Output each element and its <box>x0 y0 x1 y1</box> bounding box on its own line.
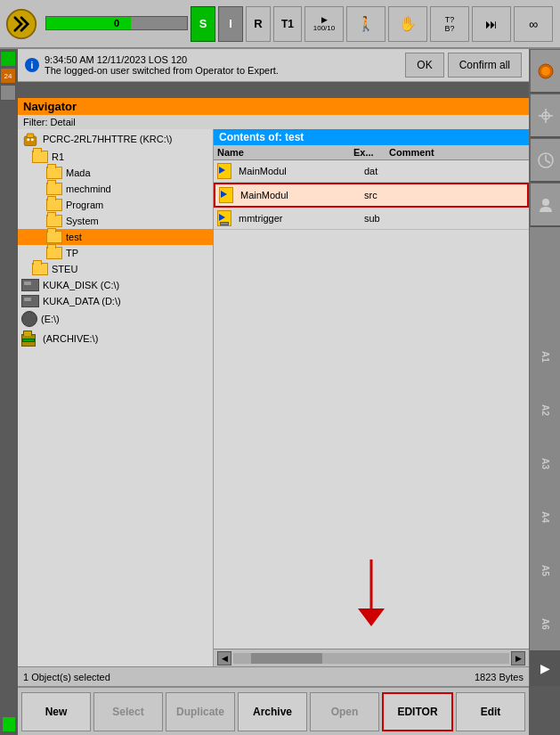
left-side-indicators: 24 <box>0 51 18 101</box>
btn-play[interactable]: ▶ 100/10 <box>304 6 344 42</box>
status-size: 1823 Bytes <box>475 672 523 682</box>
right-btn-crosshair[interactable] <box>530 94 560 138</box>
right-btn-browser[interactable] <box>530 49 560 94</box>
svg-point-12 <box>27 138 29 141</box>
btn-archive[interactable]: Archive <box>238 692 307 731</box>
contents-list[interactable]: MainModul dat MainModul src <box>214 160 529 649</box>
tree-item-steu[interactable]: STEU <box>18 261 213 277</box>
folder-icon-mada <box>46 167 62 179</box>
notification-timestamp: 9:34:50 AM 12/11/2023 LOS 120 <box>45 54 279 65</box>
tree-item-tp[interactable]: TP <box>18 245 213 261</box>
drive-icon-e <box>21 311 37 327</box>
folder-icon-r1 <box>32 151 48 163</box>
right-arrow-button[interactable]: ▶ <box>530 650 560 686</box>
scroll-track[interactable] <box>233 653 509 664</box>
green-status-bar <box>3 717 15 731</box>
btn-select[interactable]: Select <box>93 692 163 731</box>
btn-walk[interactable]: 🚶 <box>346 6 386 42</box>
col-comment-header: Comment <box>389 147 525 158</box>
btn-duplicate[interactable]: Duplicate <box>166 692 235 731</box>
indicator-bottom <box>0 85 16 101</box>
btn-editor[interactable]: EDITOR <box>382 692 453 731</box>
tree-item-program[interactable]: Program <box>18 197 213 213</box>
btn-r[interactable]: R <box>246 6 271 42</box>
tree-item-root-label: PCRC-2RL7HHTTRE (KRC:\) <box>43 134 172 144</box>
tree-item-kuka-data-label: KUKA_DATA (D:\) <box>43 296 121 306</box>
content-name-2: mmtrigger <box>239 213 364 224</box>
folder-icon-steu <box>32 263 48 275</box>
status-selection: 1 Object(s) selected <box>23 672 110 682</box>
svg-marker-15 <box>358 608 385 626</box>
right-btn-clock[interactable] <box>530 138 560 183</box>
notification-area: i 9:34:50 AM 12/11/2023 LOS 120 The logg… <box>18 49 529 82</box>
info-icon: i <box>25 58 39 72</box>
file-icon-dat <box>217 163 235 179</box>
indicator-top <box>0 51 16 67</box>
filter-bar: Filter: Detail <box>18 115 529 129</box>
scroll-right-btn[interactable]: ▶ <box>511 651 525 666</box>
notification-bar: i 9:34:50 AM 12/11/2023 LOS 120 The logg… <box>18 49 529 82</box>
file-icon-sub <box>217 210 235 226</box>
svg-point-13 <box>31 138 34 141</box>
btn-open[interactable]: Open <box>310 692 379 731</box>
col-ext-header: Ex... <box>353 147 389 158</box>
folder-icon-system <box>46 215 62 227</box>
tree-item-test[interactable]: test <box>18 229 213 245</box>
tree-panel[interactable]: PCRC-2RL7HHTTRE (KRC:\) R1 Mada mechmind… <box>18 129 214 666</box>
right-label-a3: A3 <box>530 437 560 490</box>
scroll-left-btn[interactable]: ◀ <box>217 651 231 666</box>
progress-bar-area: 0 <box>45 16 188 32</box>
tree-item-archive-label: (ARCHIVE:\) <box>43 333 98 344</box>
btn-hand[interactable]: ✋ <box>388 6 427 42</box>
arrow-down-indicator <box>353 559 389 631</box>
tree-item-e-drive[interactable]: (E:\) <box>18 309 213 329</box>
svg-line-8 <box>546 160 550 163</box>
scrollbar-area[interactable]: ◀ ▶ <box>214 649 529 666</box>
tree-item-system-label: System <box>66 216 99 226</box>
content-row-0[interactable]: MainModul dat <box>214 160 529 183</box>
right-label-a6: A6 <box>530 597 560 650</box>
tree-item-archive[interactable]: (ARCHIVE:\) <box>18 329 213 348</box>
filter-value: Detail <box>51 117 76 127</box>
tree-item-system[interactable]: System <box>18 213 213 229</box>
right-label-a1: A1 <box>530 330 560 383</box>
ok-button[interactable]: OK <box>405 53 443 78</box>
confirm-all-button[interactable]: Confirm all <box>448 53 522 78</box>
tree-item-root[interactable]: PCRC-2RL7HHTTRE (KRC:\) <box>18 129 213 149</box>
right-label-a2: A2 <box>530 383 560 437</box>
tree-item-steu-label: STEU <box>52 264 77 274</box>
folder-icon-mechmind <box>46 183 62 195</box>
right-panel: A1 A2 A3 A4 A5 A6 ▶ <box>529 49 560 686</box>
main-content: Navigator Filter: Detail PCRC-2RL7HHTTRE… <box>18 98 529 666</box>
navigator-body: PCRC-2RL7HHTTRE (KRC:\) R1 Mada mechmind… <box>18 129 529 666</box>
tree-item-kuka-data[interactable]: KUKA_DATA (D:\) <box>18 293 213 309</box>
btn-edit[interactable]: Edit <box>456 692 525 731</box>
tree-item-program-label: Program <box>66 200 103 210</box>
btn-question[interactable]: T?B? <box>430 6 469 42</box>
tree-item-kuka-disk[interactable]: KUKA_DISK (C:\) <box>18 277 213 293</box>
content-row-2[interactable]: mmtrigger sub <box>214 208 529 230</box>
tree-item-kuka-disk-label: KUKA_DISK (C:\) <box>43 280 119 290</box>
btn-t1[interactable]: T1 <box>273 6 302 42</box>
btn-skip[interactable]: ⏭ <box>472 6 511 42</box>
right-btn-user[interactable] <box>530 183 560 227</box>
archive-icon <box>21 331 39 347</box>
content-name-0: MainModul <box>239 166 364 176</box>
tree-item-mechmind[interactable]: mechmind <box>18 181 213 197</box>
progress-label: 0 <box>46 17 187 29</box>
tree-item-r1[interactable]: R1 <box>18 149 213 165</box>
tree-item-mada[interactable]: Mada <box>18 165 213 181</box>
scroll-thumb[interactable] <box>251 653 322 664</box>
content-row-1[interactable]: MainModul src <box>214 183 529 208</box>
folder-icon-test <box>46 231 62 243</box>
btn-infinity[interactable]: ∞ <box>514 6 553 42</box>
top-toolbar: 0 S I R T1 ▶ 100/10 🚶 ✋ T?B? ⏭ ∞ <box>0 0 560 49</box>
col-name-header: Name <box>217 147 353 158</box>
folder-icon-program <box>46 199 62 211</box>
btn-new[interactable]: New <box>21 692 91 731</box>
btn-s[interactable]: S <box>191 6 215 42</box>
tree-item-e-drive-label: (E:\) <box>41 314 60 324</box>
contents-header: Contents of: test <box>214 129 529 145</box>
kuka-logo-icon <box>5 8 37 40</box>
btn-i[interactable]: I <box>218 6 243 42</box>
